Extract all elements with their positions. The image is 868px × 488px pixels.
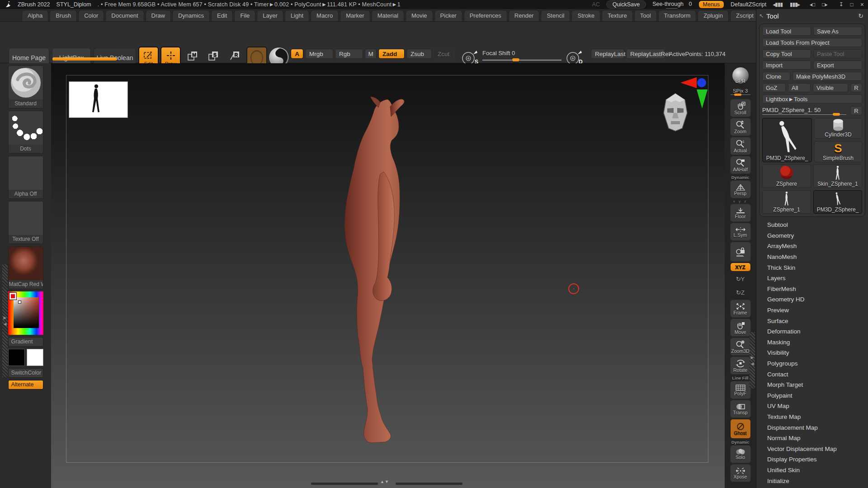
canvas-hscroll-right[interactable]	[396, 483, 462, 485]
current-stroke-tile[interactable]: Dots	[8, 111, 43, 154]
tool-section-item[interactable]: Polygroups	[756, 358, 868, 369]
secondary-color-swatch[interactable]	[27, 349, 43, 366]
menu-item[interactable]: Light	[285, 10, 309, 21]
replay-last-button[interactable]: ReplayLast	[591, 49, 624, 59]
canvas-scroll-arrows[interactable]: ▲▼	[380, 479, 389, 484]
load-tool-button[interactable]: Load Tool	[762, 27, 811, 36]
tool-section-item[interactable]: Normal Map	[756, 433, 868, 444]
alpha-tile[interactable]: Alpha Off	[8, 156, 43, 199]
tool-section-item[interactable]: Geometry	[756, 230, 868, 241]
tool-thumbnail-zsphere[interactable]: ZSphere	[762, 164, 811, 188]
menu-item[interactable]: Marker	[340, 10, 370, 21]
tool-section-item[interactable]: Layers	[756, 273, 868, 284]
tool-section-item[interactable]: Thick Skin	[756, 262, 868, 273]
material-tile[interactable]: MatCap Red Wax	[8, 246, 43, 289]
color-a-button[interactable]: A	[291, 49, 303, 59]
tool-section-item[interactable]: Deformation	[756, 326, 868, 337]
tool-thumbnail-active[interactable]: PM3D_ZSphere_	[762, 118, 812, 162]
tool-section-item[interactable]: Display Properties	[756, 454, 868, 465]
camera-head-gizmo[interactable]	[661, 92, 689, 132]
zsub-button[interactable]: Zsub	[406, 49, 432, 59]
texture-tile[interactable]: Texture Off	[8, 201, 43, 244]
tool-section-item[interactable]: Initialize	[756, 475, 868, 486]
current-brush-tile[interactable]: Standard	[8, 66, 43, 108]
menu-item[interactable]: Zplugin	[698, 10, 729, 21]
tool-section-item[interactable]: Subtool	[756, 220, 868, 230]
load-tools-from-project-button[interactable]: Load Tools From Project	[762, 38, 862, 47]
color-picker[interactable]	[8, 291, 43, 335]
tool-thumbnail-cylinder[interactable]: Cylinder3D	[814, 118, 862, 139]
rotate-y-button[interactable]: ↻Y	[730, 272, 751, 285]
tool-thumbnail-skin-zsphere[interactable]: Skin_ZSphere_1	[813, 164, 862, 188]
menu-item[interactable]: Macro	[311, 10, 339, 21]
shrink-right-tray-icon[interactable]: ▮▮▮▸	[790, 1, 800, 8]
actual-button[interactable]: x1 Actual	[730, 137, 751, 155]
menu-item[interactable]: Stroke	[571, 10, 600, 21]
tool-section-item[interactable]: NanoMesh	[756, 252, 868, 263]
alternate-button[interactable]: Alternate	[8, 380, 43, 389]
right-tray-resize-grip[interactable]: ▶◀	[750, 332, 755, 389]
tool-section-item[interactable]: Morph Target	[756, 380, 868, 390]
tool-section-item[interactable]: ArrayMesh	[756, 241, 868, 252]
tool-section-item[interactable]: Unified Skin	[756, 465, 868, 476]
bpr-button[interactable]: BPR	[730, 65, 751, 85]
floor-button[interactable]: Floor	[730, 204, 751, 222]
canvas-hscroll-left[interactable]	[311, 483, 378, 485]
spix-slider[interactable]: SPix 3	[730, 86, 751, 98]
tool-section-item[interactable]: Displacement Map	[756, 422, 868, 433]
tool-thumbnail-simplebrush[interactable]: S SimpleBrush	[814, 141, 862, 162]
saturation-value-square[interactable]	[14, 297, 39, 328]
menu-item[interactable]: Picker	[434, 10, 462, 21]
polyframe-button[interactable]: PolyF	[730, 381, 751, 399]
menus-button[interactable]: Menus	[698, 0, 725, 9]
menu-item[interactable]: File	[234, 10, 255, 21]
tool-section-item[interactable]: FiberMesh	[756, 284, 868, 295]
tool-section-item[interactable]: Geometry HD	[756, 294, 868, 305]
menu-item[interactable]: Texture	[602, 10, 633, 21]
tool-section-item[interactable]: Vector Displacement Map	[756, 443, 868, 454]
active-tool-slider[interactable]: PM3D_ZSphere_1. 50	[762, 106, 848, 116]
gradient-toggle[interactable]: Gradient	[8, 337, 43, 347]
replay-last-rel-button[interactable]: ReplayLastRel	[626, 49, 665, 59]
goz-all-button[interactable]: All	[788, 83, 811, 92]
export-button[interactable]: Export	[813, 61, 862, 70]
tool-section-item[interactable]: UV Map	[756, 401, 868, 412]
menu-item[interactable]: Document	[105, 10, 144, 21]
menu-item[interactable]: Brush	[50, 10, 77, 21]
ghost-transparency-button[interactable]: Ghost	[730, 419, 751, 439]
zadd-button[interactable]: Zadd	[378, 49, 405, 59]
menu-item[interactable]: Layer	[257, 10, 283, 21]
copy-tool-button[interactable]: Copy Tool	[762, 49, 811, 58]
menu-item[interactable]: Zscript	[730, 10, 760, 21]
quicksave-button[interactable]: QuickSave	[606, 0, 646, 9]
menu-item[interactable]: Edit	[211, 10, 233, 21]
tool-section-item[interactable]: Visibility	[756, 347, 868, 358]
focal-shift-handle[interactable]	[512, 58, 519, 61]
menu-item[interactable]: Material	[372, 10, 404, 21]
menu-item[interactable]: Alpha	[22, 10, 48, 21]
close-icon[interactable]: ×	[860, 1, 863, 8]
tool-section-item[interactable]: Texture Map	[756, 412, 868, 422]
paste-tool-button[interactable]: Paste Tool	[813, 49, 862, 58]
switch-color-button[interactable]: SwitchColor	[8, 368, 43, 378]
make-polymesh3d-button[interactable]: Make PolyMesh3D	[793, 72, 862, 81]
focal-shift-track[interactable]	[482, 60, 561, 61]
dock-left-icon[interactable]: ◂□	[810, 1, 815, 8]
zcut-button[interactable]: Zcut	[434, 49, 454, 59]
zoom-button[interactable]: Zoom	[730, 118, 751, 136]
tool-section-item[interactable]: Preview	[756, 305, 868, 316]
shrink-left-tray-icon[interactable]: ◂▮▮▮	[773, 1, 783, 8]
spix-handle[interactable]	[734, 94, 741, 96]
menu-item[interactable]: Stencil	[541, 10, 570, 21]
goz-button[interactable]: GoZ	[762, 83, 786, 92]
tool-thumbnail-zsphere1[interactable]: ZSphere_1	[762, 190, 811, 214]
tool-section-item[interactable]: Polypaint	[756, 390, 868, 401]
restore-icon[interactable]: □	[850, 1, 853, 8]
tool-thumbnail-pm3d[interactable]: PM3D_ZSphere_	[813, 190, 862, 214]
rotate3d-button[interactable]: Rotate	[730, 357, 751, 375]
menu-item[interactable]: Draw	[146, 10, 171, 21]
save-as-button[interactable]: Save As	[813, 27, 862, 36]
focal-shift-slider[interactable]: Focal Shift 0	[482, 50, 515, 56]
tool-section-item[interactable]: Surface	[756, 315, 868, 326]
see-through-slider[interactable]: See-through 0	[652, 1, 692, 8]
